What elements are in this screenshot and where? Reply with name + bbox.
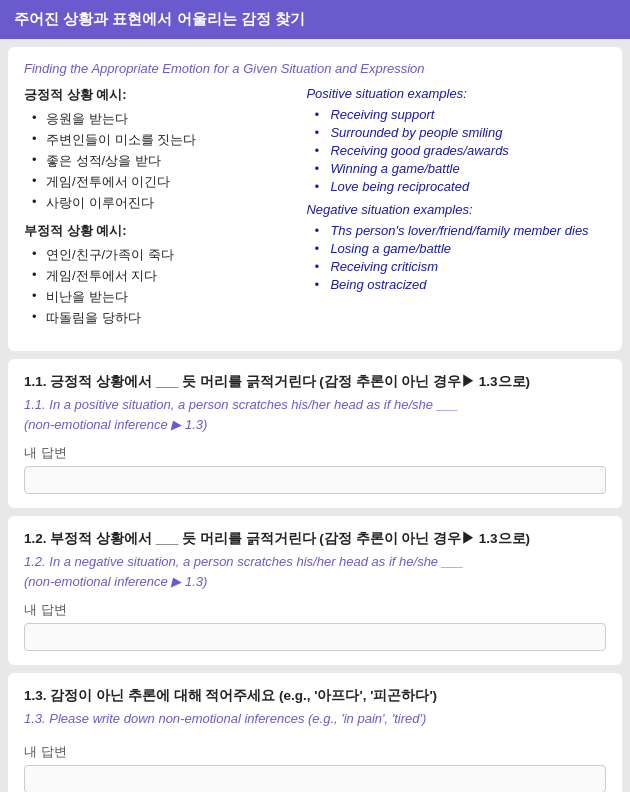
subtitle: Finding the Appropriate Emotion for a Gi… <box>24 61 606 76</box>
negative-list-en: Ths person's lover/friend/family member … <box>306 223 606 292</box>
list-item: Losing a game/battle <box>314 241 606 256</box>
list-item: 게임/전투에서 지다 <box>32 267 296 285</box>
question-1-title-kr: 1.1. 긍정적 상황에서 ___ 듯 머리를 긁적거린다 (감정 추론이 아닌… <box>24 373 606 391</box>
positive-label-kr: 긍정적 상황 예시: <box>24 86 296 104</box>
question-3-card: 1.3. 감정이 아닌 추론에 대해 적어주세요 (e.g., '아프다', '… <box>8 673 622 792</box>
examples-columns: 긍정적 상황 예시: 응원을 받는다 주변인들이 미소를 짓는다 좋은 성적/상… <box>24 86 606 337</box>
list-item: 게임/전투에서 이긴다 <box>32 173 296 191</box>
list-item: Winning a game/battle <box>314 161 606 176</box>
list-item: 사랑이 이루어진다 <box>32 194 296 212</box>
negative-label-kr: 부정적 상황 예시: <box>24 222 296 240</box>
list-item: 좋은 성적/상을 받다 <box>32 152 296 170</box>
positive-label-en: Positive situation examples: <box>306 86 606 101</box>
question-1-title-en: 1.1. In a positive situation, a person s… <box>24 395 606 434</box>
list-item: Surrounded by people smiling <box>314 125 606 140</box>
answer-3-box[interactable] <box>24 765 606 793</box>
list-item: Ths person's lover/friend/family member … <box>314 223 606 238</box>
negative-list-kr: 연인/친구/가족이 죽다 게임/전투에서 지다 비난을 받는다 따돌림을 당하다 <box>24 246 296 327</box>
question-2-title-kr: 1.2. 부정적 상황에서 ___ 듯 머리를 긁적거린다 (감정 추론이 아닌… <box>24 530 606 548</box>
intro-card: Finding the Appropriate Emotion for a Gi… <box>8 47 622 351</box>
page-header: 주어진 상황과 표현에서 어울리는 감정 찾기 <box>0 0 630 39</box>
question-3-title-en: 1.3. Please write down non-emotional inf… <box>24 709 606 729</box>
list-item: Receiving good grades/awards <box>314 143 606 158</box>
korean-column: 긍정적 상황 예시: 응원을 받는다 주변인들이 미소를 짓는다 좋은 성적/상… <box>24 86 296 337</box>
answer-2-box[interactable] <box>24 623 606 651</box>
positive-list-en: Receiving support Surrounded by people s… <box>306 107 606 194</box>
list-item: Receiving criticism <box>314 259 606 274</box>
negative-label-en: Negative situation examples: <box>306 202 606 217</box>
answer-1-label: 내 답변 <box>24 444 606 462</box>
answer-3-label: 내 답변 <box>24 743 606 761</box>
list-item: Being ostracized <box>314 277 606 292</box>
english-column: Positive situation examples: Receiving s… <box>306 86 606 337</box>
list-item: Receiving support <box>314 107 606 122</box>
list-item: 주변인들이 미소를 짓는다 <box>32 131 296 149</box>
header-title: 주어진 상황과 표현에서 어울리는 감정 찾기 <box>14 10 305 27</box>
positive-list-kr: 응원을 받는다 주변인들이 미소를 짓는다 좋은 성적/상을 받다 게임/전투에… <box>24 110 296 212</box>
list-item: 따돌림을 당하다 <box>32 309 296 327</box>
list-item: 비난을 받는다 <box>32 288 296 306</box>
list-item: 연인/친구/가족이 죽다 <box>32 246 296 264</box>
question-3-title-kr: 1.3. 감정이 아닌 추론에 대해 적어주세요 (e.g., '아프다', '… <box>24 687 606 705</box>
question-2-title-en: 1.2. In a negative situation, a person s… <box>24 552 606 591</box>
list-item: 응원을 받는다 <box>32 110 296 128</box>
answer-1-box[interactable] <box>24 466 606 494</box>
question-2-card: 1.2. 부정적 상황에서 ___ 듯 머리를 긁적거린다 (감정 추론이 아닌… <box>8 516 622 665</box>
list-item: Love being reciprocated <box>314 179 606 194</box>
question-1-card: 1.1. 긍정적 상황에서 ___ 듯 머리를 긁적거린다 (감정 추론이 아닌… <box>8 359 622 508</box>
answer-2-label: 내 답변 <box>24 601 606 619</box>
